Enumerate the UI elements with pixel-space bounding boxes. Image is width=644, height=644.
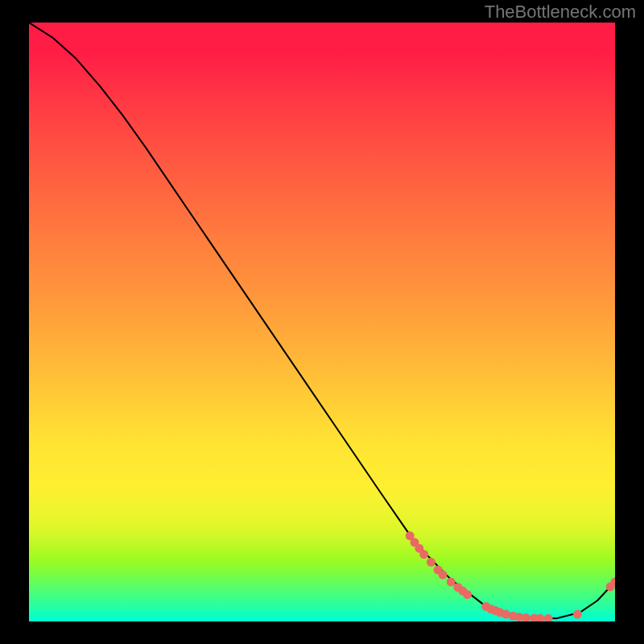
data-point-marker — [427, 558, 436, 567]
data-point-marker — [544, 614, 553, 621]
chart-frame: TheBottleneck.com — [0, 0, 644, 644]
plot-area — [29, 23, 615, 621]
plot-overlay-svg — [29, 23, 615, 621]
data-point-marker — [419, 550, 428, 559]
data-point-marker — [522, 613, 530, 621]
data-point-markers — [406, 531, 615, 621]
data-point-marker — [439, 571, 448, 580]
data-point-marker — [463, 590, 472, 599]
data-point-marker — [573, 610, 582, 619]
data-point-marker — [447, 577, 456, 586]
bottleneck-curve — [29, 23, 615, 618]
watermark-text: TheBottleneck.com — [485, 2, 636, 23]
